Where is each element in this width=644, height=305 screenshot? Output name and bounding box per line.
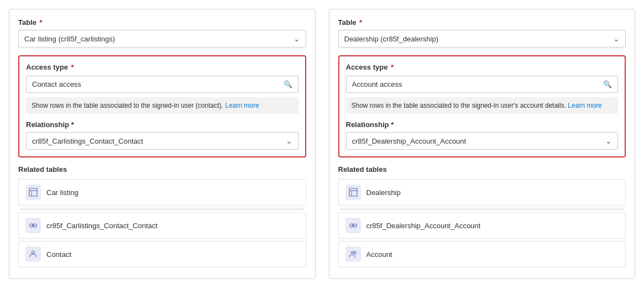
left-table-label: Table * <box>18 18 306 27</box>
left-learn-more-link[interactable]: Learn more <box>225 102 259 109</box>
right-access-type-label: Access type * <box>346 63 619 71</box>
left-related-tables-label: Related tables <box>18 165 306 173</box>
right-relationship-dropdown[interactable]: cr85f_Dealership_Account_Account ⌄ <box>346 132 619 150</box>
right-link-icon-svg <box>349 221 358 230</box>
left-person-icon <box>25 246 41 262</box>
right-access-required: * <box>391 63 394 71</box>
left-table-required: * <box>40 18 43 27</box>
right-access-type-box: Access type * Account access 🔍 Show rows… <box>338 55 626 157</box>
right-table-chevron-icon: ⌄ <box>613 34 620 43</box>
left-table-dropdown[interactable]: Car listing (cr85f_carlistings) ⌄ <box>18 30 306 48</box>
svg-point-14 <box>354 251 356 254</box>
right-access-type-search[interactable]: Account access 🔍 <box>346 76 619 93</box>
left-access-type-label: Access type * <box>26 63 299 71</box>
right-relationship-chevron-icon: ⌄ <box>605 136 612 145</box>
right-person-icon-svg <box>349 250 358 259</box>
left-contact-text: Contact <box>46 250 71 259</box>
main-container: Table * Car listing (cr85f_carlistings) … <box>9 9 635 279</box>
right-related-item-dealership-stack: Dealership <box>338 179 626 210</box>
right-table-dropdown[interactable]: Dealership (cr85f_dealership) ⌄ <box>338 30 626 48</box>
left-access-type-info: Show rows in the table associated to the… <box>26 97 299 114</box>
right-relationship-label: Relationship * <box>346 120 619 129</box>
right-related-item-link[interactable]: cr85f_Dealership_Account_Account <box>338 212 626 239</box>
table-icon-svg <box>29 188 38 197</box>
right-learn-more-link[interactable]: Learn more <box>568 102 601 109</box>
link-icon-svg <box>29 221 38 230</box>
right-related-item-dealership[interactable]: Dealership <box>338 179 626 206</box>
left-related-tables: Related tables Car listing <box>18 165 306 267</box>
left-access-type-search[interactable]: Contact access 🔍 <box>26 76 299 93</box>
left-table-chevron-icon: ⌄ <box>294 34 300 43</box>
left-carlisting-text: Car listing <box>46 188 78 197</box>
right-related-item-account[interactable]: Account <box>338 241 626 267</box>
right-table-icon-dealership <box>345 185 361 200</box>
left-access-type-value: Contact access <box>32 80 81 88</box>
right-table-icon-svg <box>349 188 358 197</box>
left-relationship-value: cr85f_Carlistings_Contact_Contact <box>32 137 143 145</box>
left-rel-required: * <box>71 120 74 129</box>
right-rel-required: * <box>391 120 394 129</box>
person-icon-svg <box>29 250 38 259</box>
left-relationship-label: Relationship * <box>26 120 299 129</box>
right-access-type-value: Account access <box>352 80 402 88</box>
left-related-item-carlisting[interactable]: Car listing <box>18 179 306 206</box>
right-table-value: Dealership (cr85f_dealership) <box>344 35 439 43</box>
left-panel: Table * Car listing (cr85f_carlistings) … <box>9 9 316 279</box>
svg-point-13 <box>351 251 353 254</box>
svg-rect-0 <box>29 188 37 196</box>
left-relationship-chevron-icon: ⌄ <box>286 136 292 145</box>
right-dealership-text: Dealership <box>366 188 401 197</box>
right-account-text: Account <box>366 250 392 259</box>
left-related-item-link[interactable]: cr85f_Carlistings_Contact_Contact <box>18 212 306 239</box>
left-related-item-contact[interactable]: Contact <box>18 241 306 267</box>
right-related-tables-label: Related tables <box>338 165 626 173</box>
left-search-icon: 🔍 <box>284 80 292 88</box>
right-person-icon <box>345 246 361 262</box>
left-link-text: cr85f_Carlistings_Contact_Contact <box>46 222 158 230</box>
left-relationship-dropdown[interactable]: cr85f_Carlistings_Contact_Contact ⌄ <box>26 132 299 150</box>
right-link-text: cr85f_Dealership_Account_Account <box>366 222 481 230</box>
right-relationship-value: cr85f_Dealership_Account_Account <box>352 137 467 145</box>
right-info-text: Show rows in the table associated to the… <box>352 102 567 109</box>
left-related-item-carlisting-stack: Car listing <box>18 179 306 210</box>
right-link-icon <box>345 218 361 233</box>
right-search-icon: 🔍 <box>603 80 612 88</box>
left-access-type-box: Access type * Contact access 🔍 Show rows… <box>18 55 306 157</box>
left-access-required: * <box>71 63 74 71</box>
svg-point-6 <box>32 251 35 254</box>
left-info-text: Show rows in the table associated to the… <box>32 102 223 109</box>
right-table-label: Table * <box>338 18 626 27</box>
left-link-icon <box>25 218 41 233</box>
left-table-value: Car listing (cr85f_carlistings) <box>24 35 115 43</box>
right-table-required: * <box>359 18 362 27</box>
right-panel: Table * Dealership (cr85f_dealership) ⌄ … <box>329 9 636 279</box>
left-table-icon-carlisting <box>25 185 41 200</box>
right-access-type-info: Show rows in the table associated to the… <box>346 97 619 114</box>
svg-rect-7 <box>349 188 357 196</box>
right-related-tables: Related tables Dealership <box>338 165 626 267</box>
